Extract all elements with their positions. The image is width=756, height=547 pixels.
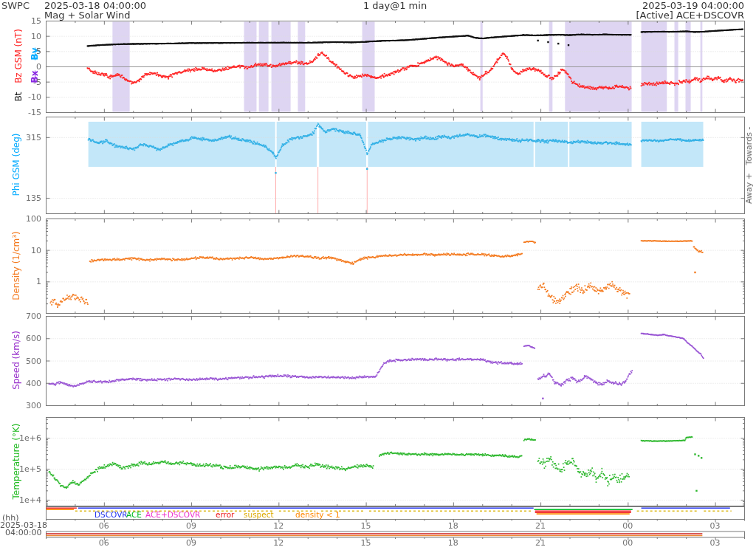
resolution-label: 1 day@1 min	[363, 1, 427, 10]
tick-label: 700	[13, 312, 41, 320]
tick-label: 500	[13, 357, 41, 365]
legend-suspect: suspect	[244, 511, 274, 519]
tick-label: 315	[13, 134, 41, 142]
tick-label: 10	[13, 32, 41, 41]
legend-dscovr: DSCOVR	[94, 511, 128, 519]
density-axis-label: Density (1/cm³)	[12, 231, 21, 300]
tick-label: 15	[357, 522, 376, 530]
away-towards-label: Away + Towards -	[745, 127, 754, 204]
phi-axis-label: Phi GSM (deg)	[12, 133, 21, 196]
tick-label: 12	[269, 522, 288, 530]
tick-label: 06	[94, 539, 114, 547]
tick-label: 5	[13, 47, 41, 55]
tick-label: 135	[13, 194, 41, 202]
plot-canvas	[0, 0, 756, 547]
tick-label: 15	[13, 17, 41, 25]
tick-label: 21	[531, 522, 550, 530]
swpc-solar-wind-plot: SWPC 2025-03-18 04:00:00 Mag + Solar Win…	[0, 0, 756, 547]
legend-ace: ACE	[126, 511, 142, 519]
tick-label: 18	[444, 522, 463, 530]
tick-label: 600	[13, 334, 41, 343]
tick-label: 10	[13, 247, 41, 255]
tick-label: 06	[94, 522, 114, 530]
tick-label: 09	[182, 522, 201, 530]
tick-label: 100	[13, 215, 41, 223]
tick-label: 15	[357, 539, 376, 547]
tick-label: 1e+4	[13, 496, 41, 504]
tick-label: -10	[13, 93, 41, 101]
tick-label: -15	[13, 109, 41, 117]
tick-label: 400	[13, 379, 41, 388]
tick-label: 1	[13, 278, 41, 286]
status-label: [Active] ACE+DSCOVR	[636, 10, 744, 20]
source-label: SWPC	[1, 1, 30, 10]
tick-label: 21	[531, 539, 550, 547]
plot-title: Mag + Solar Wind	[44, 10, 131, 20]
footer-time: 04:00:00	[5, 529, 41, 537]
tick-label: 03	[706, 522, 725, 530]
tick-label: 03	[706, 539, 725, 547]
legend-error: error	[216, 511, 234, 519]
tick-label: 300	[13, 402, 41, 410]
legend-density-lt-1: density < 1	[295, 511, 340, 519]
tick-label: 0	[13, 63, 41, 71]
tick-label: 1e+5	[13, 465, 41, 473]
tick-label: -5	[13, 78, 41, 86]
tick-label: 00	[618, 539, 637, 547]
tick-label: 18	[444, 539, 463, 547]
tick-label: 09	[182, 539, 201, 547]
legend-ace-dscovr: ACE+DSCOVR	[145, 511, 200, 519]
tick-label: 1e+6	[13, 434, 41, 442]
tick-label: 12	[269, 539, 288, 547]
tick-label: 00	[618, 522, 637, 530]
